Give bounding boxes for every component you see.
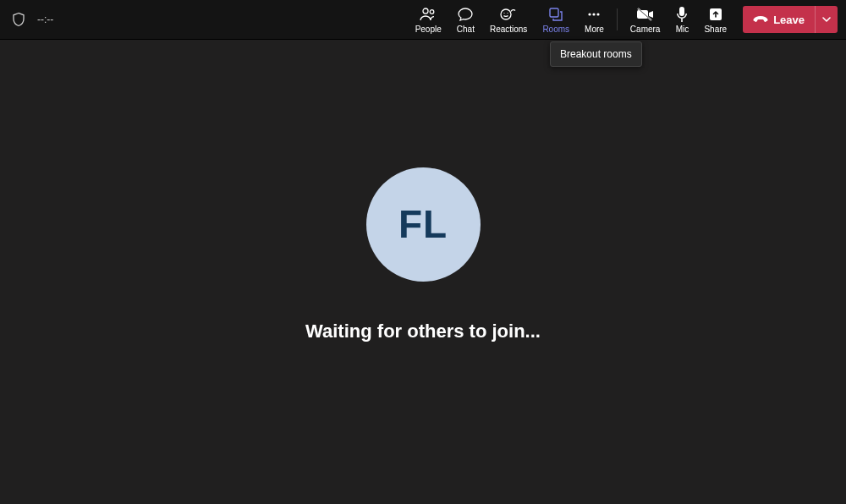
hangup-icon xyxy=(753,14,768,26)
avatar-initials: FL xyxy=(398,201,448,247)
camera-button[interactable]: Camera xyxy=(623,0,668,39)
toolbar-controls: People Chat Reactions Rooms More xyxy=(408,0,846,39)
people-icon xyxy=(419,5,437,24)
chat-button[interactable]: Chat xyxy=(449,0,482,39)
rooms-icon xyxy=(548,5,563,24)
shield-icon[interactable] xyxy=(12,12,25,27)
leave-button-group: Leave xyxy=(743,0,838,39)
reactions-icon xyxy=(499,5,518,24)
svg-rect-5 xyxy=(550,8,558,17)
meeting-stage: FL Waiting for others to join... xyxy=(0,39,846,504)
chat-label: Chat xyxy=(457,25,475,34)
more-icon xyxy=(586,5,602,24)
svg-rect-11 xyxy=(679,7,684,16)
svg-point-1 xyxy=(430,10,434,14)
call-timer: --:-- xyxy=(37,14,53,25)
more-button[interactable]: More xyxy=(577,0,612,39)
people-button[interactable]: People xyxy=(408,0,449,39)
svg-point-4 xyxy=(508,13,508,14)
toolbar-left: --:-- xyxy=(12,12,53,27)
svg-point-7 xyxy=(593,13,596,15)
toolbar-divider xyxy=(617,8,618,30)
people-label: People xyxy=(415,25,442,34)
reactions-label: Reactions xyxy=(490,25,527,34)
svg-point-3 xyxy=(504,13,505,14)
more-label: More xyxy=(585,25,604,34)
share-icon xyxy=(708,5,723,24)
svg-point-0 xyxy=(423,8,428,14)
svg-rect-12 xyxy=(682,19,684,22)
rooms-button[interactable]: Rooms xyxy=(535,0,577,39)
svg-point-8 xyxy=(597,13,600,15)
chat-icon xyxy=(457,5,474,24)
meeting-toolbar: --:-- People Chat Reactions Rooms xyxy=(0,0,846,40)
camera-off-icon xyxy=(636,5,655,24)
leave-options-button[interactable] xyxy=(815,6,838,33)
svg-point-6 xyxy=(589,13,591,15)
chevron-down-icon xyxy=(822,12,831,27)
camera-label: Camera xyxy=(630,25,661,34)
leave-button[interactable]: Leave xyxy=(743,6,815,33)
share-label: Share xyxy=(704,25,727,34)
mic-label: Mic xyxy=(676,25,689,34)
waiting-message: Waiting for others to join... xyxy=(305,320,541,342)
leave-label: Leave xyxy=(773,14,805,26)
svg-point-2 xyxy=(501,9,511,19)
participant-avatar: FL xyxy=(366,167,481,282)
reactions-button[interactable]: Reactions xyxy=(482,0,535,39)
rooms-label: Rooms xyxy=(542,25,569,34)
share-button[interactable]: Share xyxy=(696,0,734,39)
mic-icon xyxy=(675,5,689,24)
mic-button[interactable]: Mic xyxy=(667,0,696,39)
